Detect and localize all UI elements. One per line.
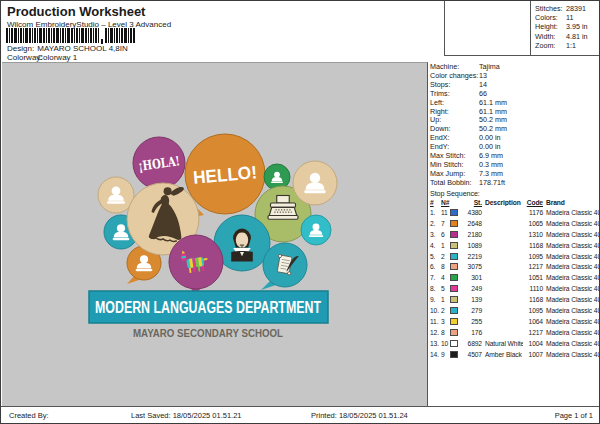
table-row: 14.94507Amber Black1007Madeira Classic 4… (430, 349, 600, 360)
table-row: 8.52491110Madeira Classic 40 (430, 283, 600, 294)
design-barcode-icon (6, 28, 136, 44)
printed-text: Printed: 18/05/2025 01.51.24 (311, 411, 408, 420)
table-row: 3.621801310Madeira Classic 40 (430, 229, 600, 240)
thread-color-swatch (450, 242, 458, 249)
machine-stat-row: Left:61.1 mm (430, 99, 600, 108)
colorway-row: Colorway: Colorway 1 (7, 53, 77, 62)
table-row: 12.81761217Madeira Classic 40 (430, 327, 600, 338)
embroidery-design-preview: ¡HOLA! HELLO! MODERN LANGUAGES DEPARTMEN… (2, 63, 428, 408)
page-title: Production Worksheet (7, 4, 145, 19)
stat-row: Width:4.81 in (535, 32, 600, 41)
thread-color-swatch (450, 285, 458, 292)
thread-color-swatch (450, 263, 458, 270)
table-row: 7.43011051Madeira Classic 40 (430, 272, 600, 283)
design-label: Design: (7, 44, 35, 53)
stat-row: Colors:11 (535, 13, 600, 22)
colors-value: 11 (566, 13, 573, 22)
thread-color-swatch (450, 274, 458, 281)
stat-row: Stitches:28391 (535, 4, 600, 13)
thread-color-swatch (450, 318, 458, 325)
design-name-row: Design: MAYARO SCHOOL 4,8IN (7, 44, 128, 53)
thread-color-swatch (450, 231, 458, 238)
thread-color-swatch (450, 340, 458, 347)
page-number: Page 1 of 1 (555, 411, 593, 420)
design-name: MAYARO SCHOOL 4,8IN (37, 44, 128, 53)
thread-color-swatch (450, 329, 458, 336)
page-footer: Created By: Last Saved: 18/05/2025 01.51… (1, 406, 599, 423)
zoom-value: 1:1 (566, 41, 576, 50)
table-row: 9.11391168Madeira Classic 40 (430, 294, 600, 305)
stop-sequence-panel: Stop Sequence: # N# St. Description Code… (430, 189, 600, 359)
department-banner-text: MODERN LANGUAGES DEPARTMENT (95, 299, 321, 316)
machine-stat-row: Right:61.1 mm (430, 108, 600, 117)
width-value: 4.81 in (566, 32, 588, 41)
machine-stat-row: Total Bobbin:178.71ft (430, 179, 600, 188)
created-by-label: Created By: (9, 411, 49, 420)
thread-color-swatch (450, 209, 458, 216)
design-canvas: ¡HOLA! HELLO! MODERN LANGUAGES DEPARTMEN… (2, 62, 428, 407)
production-worksheet-page: Production Worksheet Wilcom EmbroiderySt… (0, 0, 600, 424)
last-saved-text: Last Saved: 18/05/2025 01.51.21 (131, 411, 242, 420)
machine-stat-row: Up:50.2 mm (430, 116, 600, 125)
table-row: 4.110891168Madeira Classic 40 (430, 240, 600, 251)
height-value: 3.95 in (566, 22, 588, 31)
table-row: 13.106892Natural White1004Madeira Classi… (430, 338, 600, 349)
stitches-value: 28391 (566, 4, 586, 13)
header-empty-cell (444, 1, 530, 56)
table-row: 11.32551064Madeira Classic 40 (430, 316, 600, 327)
thread-color-swatch (450, 307, 458, 314)
stop-sequence-header: # N# St. Description Code Brand (430, 198, 600, 207)
thread-color-swatch (450, 253, 458, 260)
stat-row: Height:3.95 in (535, 22, 600, 31)
machine-stat-row: EndX:0.00 in (430, 134, 600, 143)
table-row: 10.22791095Madeira Classic 40 (430, 305, 600, 316)
table-row: 5.222191095Madeira Classic 40 (430, 251, 600, 262)
table-row: 2.726481065Madeira Classic 40 (430, 218, 600, 229)
stat-row: Zoom:1:1 (535, 41, 600, 50)
machine-info-panel: Machine:Tajima Color changes:13 Stops:14… (430, 63, 600, 188)
thread-color-swatch (450, 220, 458, 227)
machine-stat-row: Stops:14 (430, 81, 600, 90)
machine-stat-row: Color changes:13 (430, 72, 600, 81)
thread-color-swatch (450, 296, 458, 303)
stop-sequence-title: Stop Sequence: (430, 189, 600, 198)
table-row: 1.1143801176Madeira Classic 40 (430, 207, 600, 218)
colorway-label: Colorway: (7, 53, 35, 62)
school-name-text: MAYARO SECONDARY SCHOOL (133, 327, 283, 339)
design-summary-box: Stitches:28391 Colors:11 Height:3.95 in … (530, 1, 600, 56)
machine-stat-row: Trims:66 (430, 90, 600, 99)
thread-color-swatch (450, 351, 458, 358)
colorway-name: Colorway 1 (37, 53, 77, 62)
machine-stat-row: Down:50.2 mm (430, 125, 600, 134)
table-row: 6.830751217Madeira Classic 40 (430, 261, 600, 272)
